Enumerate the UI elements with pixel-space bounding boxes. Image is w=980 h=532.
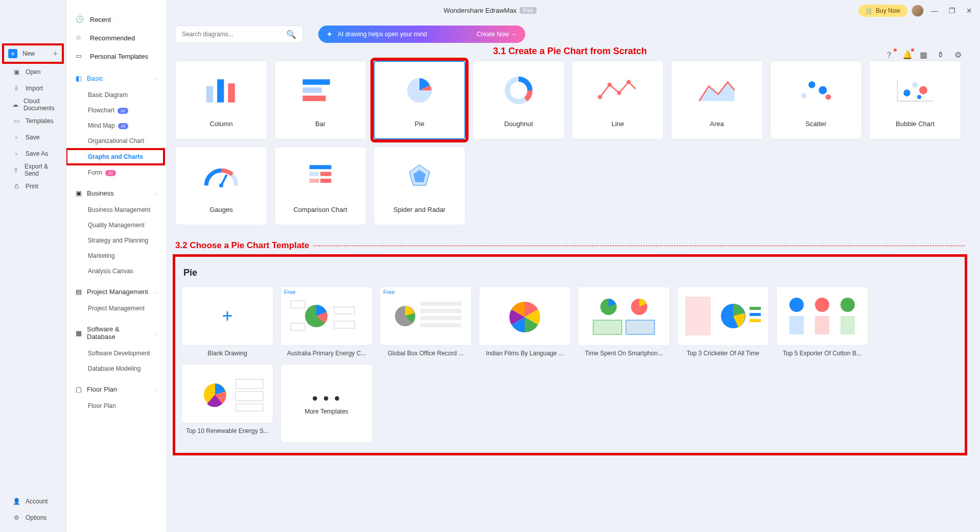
ai-banner[interactable]: ✦ AI drawing helps open your mind Create… (318, 26, 525, 43)
template-australia[interactable]: FreeAustralia Primary Energy C... (281, 286, 372, 357)
search-box[interactable]: 🔍 (175, 26, 303, 43)
template-more[interactable]: ● ● ●More Templates (281, 364, 372, 443)
cat-software-dev[interactable]: Software Development (66, 346, 166, 361)
template-indian[interactable]: Indian Films By Language ... (479, 286, 571, 357)
close-button[interactable]: ✕ (963, 4, 976, 17)
bell-icon[interactable]: 🔔 (902, 50, 913, 60)
cat-floorplan[interactable]: ▢Floor Plan⌵ (66, 380, 166, 398)
dots-icon: ● ● ● (312, 392, 341, 404)
cat-graphs-charts[interactable]: Graphs and Charts (66, 149, 164, 164)
svg-rect-33 (291, 301, 305, 308)
personal-icon: ▭ (76, 52, 84, 60)
cat-mindmap[interactable]: Mind MapAI (66, 118, 166, 133)
ai-banner-cta[interactable]: Create Now → (477, 31, 517, 38)
ai-badge: AI (105, 170, 116, 176)
template-cotton[interactable]: Top 5 Exporter Of Cotton B... (776, 286, 868, 357)
template-smartphone[interactable]: Time Spent On Smartphon... (578, 286, 670, 357)
sidebar-item-account[interactable]: 👤Account (0, 493, 66, 510)
chart-type-column[interactable]: Column (175, 61, 267, 139)
buy-now-button[interactable]: 🛒 Buy Now (858, 5, 907, 17)
cat-db-modeling[interactable]: Database Modeling (66, 361, 166, 376)
cat-recommended[interactable]: ☆Recommended (66, 29, 166, 47)
cat-biz-mgmt[interactable]: Business Management (66, 202, 166, 217)
cta-label: Create Now (477, 31, 509, 38)
chart-type-gauges[interactable]: Gauges (175, 147, 267, 225)
chart-type-comparison[interactable]: Comparison Chart (274, 147, 366, 225)
sidebar-item-import[interactable]: ⇩Import (0, 80, 66, 96)
avatar[interactable] (912, 5, 924, 17)
sidebar-item-open[interactable]: ▣Open (0, 64, 66, 80)
search-input[interactable] (182, 31, 286, 38)
cat-recent[interactable]: 🕓Recent (66, 10, 166, 29)
sidebar-item-export[interactable]: ⇧Export & Send (0, 162, 66, 178)
svg-rect-26 (310, 172, 319, 176)
cat-fp-sub[interactable]: Floor Plan (66, 398, 166, 414)
chart-type-area[interactable]: Area (671, 61, 763, 139)
area-label: Area (710, 116, 724, 136)
cat-analysis[interactable]: Analysis Canvas (66, 263, 166, 279)
sidebar-item-new[interactable]: + New + (4, 45, 62, 62)
cat-marketing[interactable]: Marketing (66, 248, 166, 263)
cat-project-mgmt[interactable]: ▤Project Management⌵ (66, 283, 166, 301)
annotation-3-2: 3.2 Choose a Pie Chart Template (175, 240, 309, 251)
chart-type-spider[interactable]: Spider and Radar (374, 147, 465, 225)
chart-type-scatter[interactable]: Scatter (770, 61, 862, 139)
cat-pm-sub[interactable]: Project Management (66, 301, 166, 316)
import-icon: ⇩ (12, 84, 20, 92)
minimize-button[interactable]: — (928, 4, 941, 17)
maximize-button[interactable]: ❐ (945, 4, 959, 17)
clock-icon: 🕓 (76, 15, 84, 23)
cat-form[interactable]: FormAI (66, 165, 166, 180)
svg-rect-54 (789, 316, 804, 334)
grid-icon[interactable]: ▦ (920, 50, 930, 60)
open-label: Open (26, 68, 40, 76)
sidebar-item-save[interactable]: ▫Save (0, 129, 66, 146)
template-boxoffice[interactable]: FreeGlobal Box Office Record ... (380, 286, 472, 357)
svg-rect-49 (750, 313, 761, 316)
template-blank[interactable]: +Blank Drawing (181, 286, 273, 357)
chevron-down-icon: ⌵ (154, 330, 157, 336)
svg-rect-35 (291, 323, 305, 330)
template-thumb-icon (385, 292, 466, 341)
chart-type-pie[interactable]: Pie (374, 61, 465, 139)
template-renewable[interactable]: Top 10 Renewable Energy S... (181, 364, 273, 443)
sidebar-item-options[interactable]: ⚙Options (0, 510, 66, 526)
settings-icon[interactable]: ⚙ (954, 50, 965, 60)
cat-business[interactable]: ▣Business⌵ (66, 184, 166, 202)
cat-basic[interactable]: ◧Basic⌵ (66, 69, 166, 87)
print-icon: ⎙ (12, 182, 20, 190)
svg-rect-60 (236, 404, 263, 411)
cat-quality[interactable]: Quality Management (66, 217, 166, 233)
template-cricketer[interactable]: Top 3 Cricketer Of All Time (677, 286, 769, 357)
search-icon[interactable]: 🔍 (286, 30, 296, 39)
chart-type-bar[interactable]: Bar (274, 61, 366, 139)
plus-outline-icon: + (53, 49, 58, 58)
filter-icon[interactable]: ⚱ (937, 50, 947, 60)
saveas-icon: ▫ (12, 150, 20, 158)
sidebar-item-templates[interactable]: ▭Templates (0, 113, 66, 129)
cat-strategy[interactable]: Strategy and Planning (66, 233, 166, 248)
sidebar-item-saveas[interactable]: ▫Save As (0, 146, 66, 162)
pie-label: Pie (415, 116, 425, 136)
chart-type-line[interactable]: Line (572, 61, 664, 139)
bubble-label: Bubble Chart (896, 116, 935, 136)
cat-personal[interactable]: ▭Personal Templates (66, 47, 166, 65)
chart-type-doughnut[interactable]: Doughnut (473, 61, 565, 139)
import-label: Import (26, 85, 43, 92)
cat-basic-diagram[interactable]: Basic Diagram (66, 87, 166, 103)
sidebar-item-print[interactable]: ⎙Print (0, 178, 66, 195)
svg-rect-3 (302, 79, 330, 85)
cat-flowchart[interactable]: FlowchartAI (66, 103, 166, 118)
t5-label: Top 3 Cricketer Of All Time (677, 350, 769, 357)
pm-label: Project Management (87, 288, 148, 296)
chart-type-bubble[interactable]: Bubble Chart (869, 61, 961, 139)
help-icon[interactable]: ？ (885, 50, 895, 60)
cat-orgchart[interactable]: Organizational Chart (66, 133, 166, 149)
cat-software-db[interactable]: ▦Software & Database⌵ (66, 320, 166, 346)
svg-point-22 (917, 95, 921, 99)
svg-point-52 (815, 298, 829, 312)
sidebar-item-cloud[interactable]: ☁Cloud Documents (0, 96, 66, 113)
template-thumb-icon (781, 292, 863, 341)
gear-icon: ⚙ (12, 514, 20, 522)
business-label: Business (87, 189, 114, 197)
